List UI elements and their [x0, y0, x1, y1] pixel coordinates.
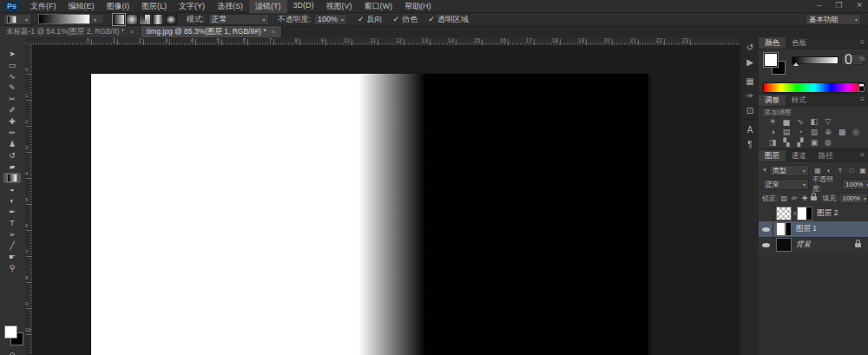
panel-menu-icon[interactable]: ≡ [857, 95, 868, 106]
eraser-tool[interactable]: ▰ [3, 161, 21, 172]
layer-opacity-select[interactable]: 100% ▾ [842, 179, 868, 190]
tab-图层[interactable]: 图层 [759, 150, 786, 161]
menu-6[interactable]: 选择(S) [211, 0, 249, 13]
selective-color-icon[interactable]: ▣ [809, 138, 819, 147]
menu-7[interactable]: 滤镜(T) [249, 0, 287, 13]
hand-tool[interactable]: ☛ [3, 252, 21, 262]
menu-5[interactable]: 文字(Y) [173, 0, 211, 13]
lock-image-pixels-icon[interactable]: ✏ [790, 194, 799, 202]
foreground-color-swatch[interactable] [764, 53, 778, 67]
layer-row-background[interactable]: 背景 [759, 237, 868, 253]
path-selection-tool[interactable]: ➢ [3, 229, 21, 240]
document-canvas[interactable] [91, 74, 648, 355]
history-panel-icon[interactable]: ↺ [742, 41, 758, 54]
lasso-tool[interactable]: ∿ [3, 71, 21, 82]
actions-panel-icon[interactable]: ▶ [742, 56, 758, 69]
filter-shape-layers-icon[interactable]: □ [847, 167, 856, 174]
checkbox-反向[interactable]: ✓反向 [358, 14, 383, 25]
gradient-picker-arrow[interactable]: ▾ [90, 14, 104, 24]
spot-healing-brush-tool[interactable]: ✚ [3, 116, 21, 127]
layer-mask-thumbnail[interactable] [797, 207, 812, 220]
tab-色板[interactable]: 色板 [786, 37, 812, 49]
menu-10[interactable]: 窗口(W) [358, 0, 399, 13]
tab-调整[interactable]: 调整 [759, 95, 786, 106]
threshold-icon[interactable]: ▚ [781, 138, 792, 147]
color-balance-icon[interactable]: ▤ [781, 128, 792, 136]
panel-menu-icon[interactable]: ≡ [857, 37, 868, 49]
layer-row-1[interactable]: 图层 1 [759, 221, 868, 238]
document-tab-2[interactable]: timg.jpg @ 85.3%(图层 1, RGB/8#) *× [141, 26, 282, 37]
slider-handle[interactable] [793, 62, 799, 66]
tab-路径[interactable]: 路径 [812, 150, 839, 161]
spectrum-background-chip[interactable] [858, 86, 865, 92]
menu-9[interactable]: 视图(V) [320, 0, 358, 13]
filter-type-layers-icon[interactable]: T [836, 167, 845, 174]
menu-3[interactable]: 图像(I) [101, 0, 136, 13]
invert-icon[interactable]: ◎ [851, 128, 861, 136]
blend-mode-select[interactable]: 正常 ▾ [762, 179, 809, 190]
character-panel-icon[interactable]: A [742, 123, 758, 136]
checkbox-仿色[interactable]: ✓仿色 [393, 14, 418, 25]
lock-all-icon[interactable] [811, 196, 817, 201]
layer-name[interactable]: 图层 2 [817, 208, 838, 219]
foreground-color-swatch[interactable] [4, 325, 17, 339]
brush-panel-icon[interactable]: ✑ [742, 89, 758, 102]
visibility-toggle[interactable] [759, 222, 773, 237]
layer-thumbnail[interactable] [776, 222, 792, 236]
pen-tool[interactable]: ✒ [3, 207, 21, 217]
layer-thumbnail[interactable] [776, 238, 792, 252]
layer-thumbnail[interactable] [776, 207, 792, 220]
color-lookup-icon[interactable]: ▩ [837, 128, 847, 136]
visibility-toggle[interactable] [759, 238, 773, 253]
restore-button[interactable]: ❐ [835, 0, 842, 11]
fill-select[interactable]: 100% ▾ [838, 193, 868, 204]
blur-tool[interactable]: ◒ [3, 184, 21, 194]
menu-8[interactable]: 3D(D) [287, 0, 320, 13]
quick-selection-tool[interactable]: ✎ [3, 82, 21, 93]
adjustment-extra-icon[interactable]: ◍ [823, 138, 833, 147]
paragraph-panel-icon[interactable]: ¶ [742, 138, 758, 151]
grayscale-slider[interactable] [792, 56, 838, 64]
menu-11[interactable]: 帮助(H) [398, 0, 437, 13]
rectangular-marquee-tool[interactable]: ▭ [3, 60, 21, 70]
filter-pixel-layers-icon[interactable]: ▦ [813, 167, 822, 174]
tool-preset-picker[interactable]: ▾ [3, 14, 31, 25]
menu-1[interactable]: 文件(F) [24, 0, 62, 13]
filter-smart-object-icon[interactable]: ▣ [858, 167, 867, 174]
gradient-sample[interactable] [38, 14, 90, 24]
color-spectrum-ramp[interactable] [763, 82, 865, 93]
photo-filter-icon[interactable]: ▥ [809, 128, 819, 136]
levels-icon[interactable]: ▅ [781, 117, 792, 126]
tab-close-icon[interactable]: × [129, 28, 134, 36]
clone-stamp-tool[interactable]: ♟ [3, 139, 21, 149]
type-tool[interactable]: T [3, 218, 21, 228]
tab-close-icon[interactable]: × [271, 28, 275, 36]
brush-tool[interactable]: ✏ [3, 128, 21, 138]
exposure-icon[interactable]: ◧ [809, 117, 819, 126]
lock-transparent-pixels-icon[interactable]: ▨ [779, 194, 788, 202]
brightness-contrast-icon[interactable]: ☀ [767, 117, 778, 126]
visibility-toggle[interactable] [759, 207, 773, 221]
vibrance-icon[interactable]: ▽ [823, 117, 833, 126]
tab-颜色[interactable]: 颜色 [759, 37, 786, 49]
crop-tool[interactable]: ✂ [3, 94, 21, 104]
quick-mask-button[interactable]: ⊙ [3, 350, 21, 355]
angle-gradient-button[interactable] [139, 14, 151, 25]
move-tool[interactable]: ➤ [3, 49, 21, 59]
opacity-select[interactable]: 100% ▾ [314, 14, 347, 25]
tab-样式[interactable]: 样式 [786, 95, 812, 106]
diamond-gradient-button[interactable] [165, 14, 177, 25]
workspace-selector[interactable]: 基本功能▾ [806, 14, 861, 25]
hue-saturation-icon[interactable]: ◑ [767, 128, 778, 136]
radial-gradient-button[interactable] [126, 14, 138, 25]
tab-通道[interactable]: 通道 [786, 150, 812, 161]
line-tool[interactable]: ╱ [3, 240, 21, 251]
menu-2[interactable]: 编辑(E) [62, 0, 101, 13]
black-white-icon[interactable]: ◔ [795, 128, 806, 136]
dodge-tool[interactable]: ◐ [3, 195, 21, 206]
linear-gradient-button[interactable] [113, 14, 125, 25]
gradient-editor[interactable]: ▾ [38, 14, 104, 24]
mode-select[interactable]: 正常 ▾ [208, 14, 269, 25]
curves-icon[interactable]: ∿ [795, 117, 806, 126]
clone-source-panel-icon[interactable]: ⊡ [742, 104, 758, 117]
